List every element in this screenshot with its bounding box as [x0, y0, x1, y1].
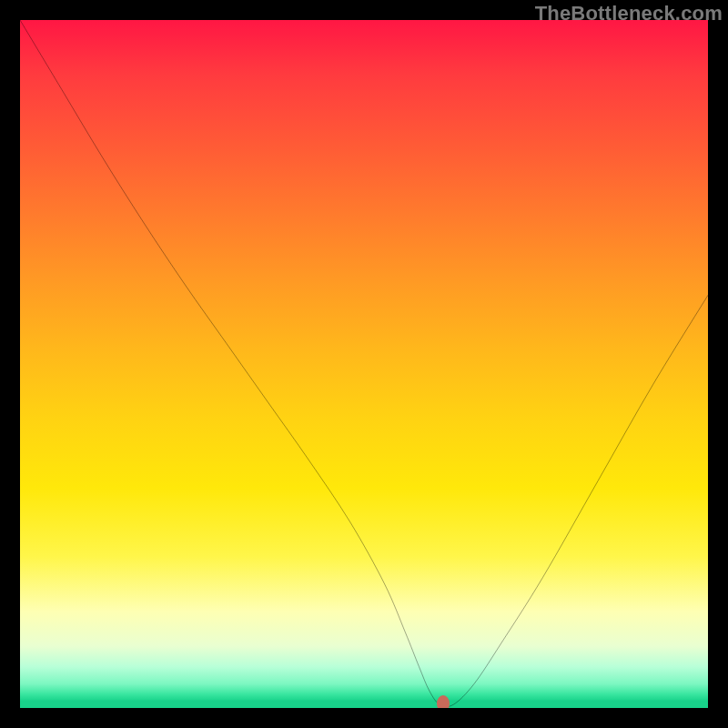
bottleneck-curve	[20, 20, 708, 708]
plot-area	[20, 20, 708, 708]
chart-frame: TheBottleneck.com	[0, 0, 728, 728]
optimal-point-marker	[437, 695, 450, 708]
